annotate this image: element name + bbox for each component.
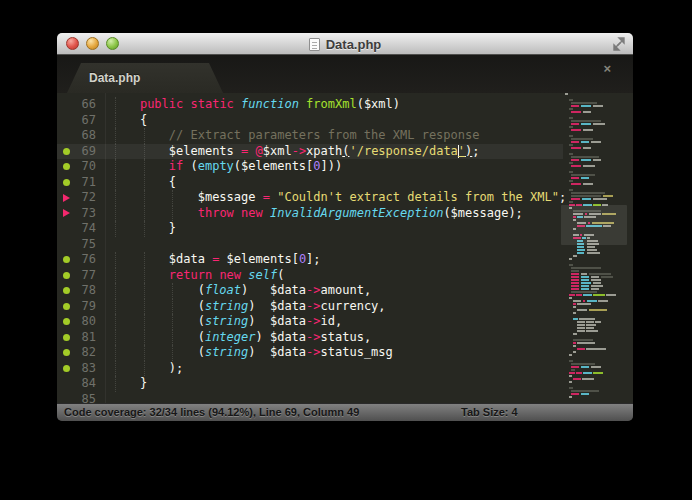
indent-guide-icon: [172, 283, 173, 299]
code-line[interactable]: 78 (float) $data->amount,: [57, 283, 563, 299]
tab-close-icon[interactable]: ×: [603, 62, 611, 76]
indent-guide-icon: [115, 97, 116, 113]
line-number[interactable]: 69: [75, 144, 96, 160]
line-number[interactable]: 74: [75, 221, 96, 237]
code-line[interactable]: 66 public static function fromXml($xml): [57, 97, 563, 113]
status-tab-size[interactable]: Tab Size: 4: [461, 404, 518, 421]
resize-icon[interactable]: [612, 37, 626, 51]
code-text[interactable]: }: [111, 376, 147, 392]
line-number[interactable]: 73: [75, 206, 96, 222]
code-lines[interactable]: 66 public static function fromXml($xml)6…: [57, 97, 563, 403]
code-line[interactable]: 80 (string) $data->id,: [57, 314, 563, 330]
line-number[interactable]: 80: [75, 314, 96, 330]
indent-guide-icon: [144, 252, 145, 268]
code-text[interactable]: (string) $data->id,: [111, 314, 342, 330]
code-line[interactable]: 82 (string) $data->status_msg: [57, 345, 563, 361]
code-text[interactable]: $data = $elements[0];: [111, 252, 321, 268]
code-editor[interactable]: 66 public static function fromXml($xml)6…: [57, 93, 633, 403]
tab-data-php[interactable]: Data.php: [67, 63, 223, 93]
code-line[interactable]: 72 $message = "Couldn't extract details …: [57, 190, 563, 206]
indent-guide-icon: [144, 128, 145, 144]
code-text[interactable]: );: [111, 361, 183, 377]
indent-guide-icon: [144, 283, 145, 299]
window-title: Data.php: [326, 37, 382, 52]
line-number[interactable]: 78: [75, 283, 96, 299]
code-line[interactable]: 79 (string) $data->currency,: [57, 299, 563, 315]
coverage-marker: [57, 318, 75, 325]
code-line[interactable]: 68 // Extract parameters from the XML re…: [57, 128, 563, 144]
indent-guide-icon: [172, 330, 173, 346]
code-text[interactable]: {: [111, 113, 147, 129]
line-number[interactable]: 82: [75, 345, 96, 361]
minimap-viewport[interactable]: [561, 205, 627, 245]
code-text[interactable]: // Extract parameters from the XML respo…: [111, 128, 479, 144]
line-number[interactable]: 79: [75, 299, 96, 315]
code-line[interactable]: 73 throw new InvalidArgumentException($m…: [57, 206, 563, 222]
indent-guide-icon: [115, 144, 116, 160]
line-number[interactable]: 83: [75, 361, 96, 377]
line-number[interactable]: 67: [75, 113, 96, 129]
code-line[interactable]: 75: [57, 237, 563, 253]
indent-guide-icon: [115, 252, 116, 268]
indent-guide-icon: [115, 330, 116, 346]
covered-line-icon: [63, 303, 70, 310]
indent-guide-icon: [144, 144, 145, 160]
code-line[interactable]: 71 {: [57, 175, 563, 191]
code-text[interactable]: (float) $data->amount,: [111, 283, 371, 299]
coverage-marker: [57, 163, 75, 170]
code-line[interactable]: 84 }: [57, 376, 563, 392]
code-line[interactable]: 67 {: [57, 113, 563, 129]
document-proxy-icon[interactable]: [309, 38, 320, 51]
line-number[interactable]: 84: [75, 376, 96, 392]
line-number[interactable]: 72: [75, 190, 96, 206]
code-text[interactable]: (string) $data->status_msg: [111, 345, 393, 361]
indent-guide-icon: [115, 376, 116, 392]
code-text[interactable]: throw new InvalidArgumentException($mess…: [111, 206, 523, 222]
code-line[interactable]: 70 if (empty($elements[0])): [57, 159, 563, 175]
code-line[interactable]: 81 (integer) $data->status,: [57, 330, 563, 346]
line-number[interactable]: 75: [75, 237, 96, 253]
indent-guide-icon: [115, 159, 116, 175]
line-number[interactable]: 85: [75, 392, 96, 404]
indent-guide-icon: [144, 330, 145, 346]
line-number[interactable]: 66: [75, 97, 96, 113]
indent-guide-icon: [172, 190, 173, 206]
title-bar[interactable]: Data.php: [57, 33, 633, 55]
line-number[interactable]: 77: [75, 268, 96, 284]
uncovered-line-icon: [63, 209, 70, 217]
code-line[interactable]: 74 }: [57, 221, 563, 237]
code-line[interactable]: 69 $elements = @$xml->xpath('/response/d…: [57, 144, 563, 160]
code-line[interactable]: 83 );: [57, 361, 563, 377]
line-number[interactable]: 81: [75, 330, 96, 346]
code-text[interactable]: public static function fromXml($xml): [111, 97, 400, 113]
tab-bar: Data.php ×: [57, 55, 633, 93]
covered-line-icon: [63, 256, 70, 263]
code-text[interactable]: $message = "Couldn't extract details fro…: [111, 190, 566, 206]
code-text[interactable]: if (empty($elements[0])): [111, 159, 342, 175]
indent-guide-icon: [144, 159, 145, 175]
code-text[interactable]: return new self(: [111, 268, 284, 284]
code-text[interactable]: (string) $data->currency,: [111, 299, 386, 315]
coverage-marker: [57, 209, 75, 217]
indent-guide-icon: [144, 221, 145, 237]
code-text[interactable]: {: [111, 175, 176, 191]
code-text[interactable]: (integer) $data->status,: [111, 330, 371, 346]
code-line[interactable]: 77 return new self(: [57, 268, 563, 284]
line-number[interactable]: 76: [75, 252, 96, 268]
code-text[interactable]: $elements = @$xml->xpath('/response/data…: [111, 144, 480, 160]
indent-guide-icon: [172, 299, 173, 315]
uncovered-line-icon: [63, 194, 70, 202]
minimap[interactable]: [563, 93, 625, 403]
code-line[interactable]: 76 $data = $elements[0];: [57, 252, 563, 268]
indent-guide-icon: [144, 314, 145, 330]
covered-line-icon: [63, 148, 70, 155]
indent-guide-icon: [115, 283, 116, 299]
covered-line-icon: [63, 365, 70, 372]
code-text[interactable]: }: [111, 221, 176, 237]
line-number[interactable]: 71: [75, 175, 96, 191]
code-line[interactable]: 85: [57, 392, 563, 404]
line-number[interactable]: 68: [75, 128, 96, 144]
coverage-marker: [57, 179, 75, 186]
coverage-marker: [57, 148, 75, 155]
line-number[interactable]: 70: [75, 159, 96, 175]
